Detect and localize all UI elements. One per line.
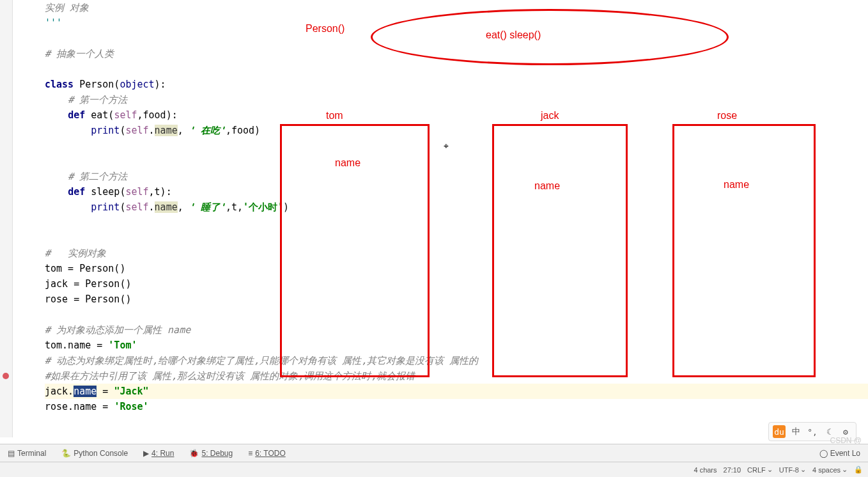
status-eol[interactable]: CRLF⌄ (747, 465, 773, 474)
tab-todo[interactable]: ≡6: TODO (240, 444, 293, 462)
code-line[interactable]: tom = Person() (45, 261, 868, 276)
code-line[interactable]: tom.name = 'Tom' (45, 338, 868, 353)
code-line[interactable]: # 为对象动态添加一个属性 name (45, 322, 868, 338)
code-line[interactable] (45, 61, 868, 77)
list-icon: ≡ (248, 449, 252, 458)
code-line[interactable]: # 实例对象 (45, 246, 868, 261)
code-line[interactable] (45, 31, 868, 46)
tab-event-log[interactable]: ◯Event Lo (812, 444, 868, 462)
code-line[interactable]: rose = Person() (45, 292, 868, 307)
code-line[interactable] (45, 307, 868, 322)
status-indent[interactable]: 4 spaces⌄ (812, 465, 848, 474)
code-line[interactable]: def sleep(self,t): (45, 184, 868, 199)
play-icon: ▶ (143, 449, 149, 458)
status-caret-pos[interactable]: 27:10 (724, 466, 741, 474)
tab-python-console[interactable]: 🐍Python Console (54, 444, 136, 462)
tab-terminal[interactable]: ▤Terminal (0, 444, 54, 462)
breakpoint-icon[interactable] (3, 373, 9, 379)
chevron-down-icon: ⌄ (842, 465, 848, 474)
ime-lang-button[interactable]: 中 (789, 425, 802, 438)
code-line[interactable]: # 抽象一个人类 (45, 46, 868, 61)
status-lock-icon[interactable]: 🔒 (854, 465, 863, 474)
code-line[interactable]: jack = Person() (45, 276, 868, 292)
code-line[interactable]: # 第一个方法 (45, 92, 868, 107)
code-line[interactable]: print(self.name, ' 睡了',t,'个小时') (45, 199, 868, 215)
code-line[interactable]: # 第二个方法 (45, 169, 868, 184)
statusbar: 4 chars 27:10 CRLF⌄ UTF-8⌄ 4 spaces⌄ 🔒 (0, 462, 868, 477)
log-icon: ◯ (819, 449, 828, 458)
editor-gutter (0, 0, 13, 437)
code-line[interactable]: ''' (45, 15, 868, 31)
code-line[interactable]: def eat(self,food): (45, 107, 868, 123)
code-line[interactable]: 实例 对象 (45, 0, 868, 15)
bug-icon: 🐞 (189, 449, 199, 458)
status-encoding[interactable]: UTF-8⌄ (779, 465, 806, 474)
code-line[interactable]: print(self.name, ' 在吃',food) (45, 123, 868, 138)
chevron-down-icon: ⌄ (767, 465, 773, 474)
code-line[interactable]: rose.name = 'Rose' (45, 399, 868, 414)
code-line[interactable]: jack.name = "Jack" (45, 384, 868, 399)
tab-run[interactable]: ▶4: Run (136, 444, 182, 462)
tab-debug[interactable]: 🐞5: Debug (182, 444, 240, 462)
status-chars[interactable]: 4 chars (694, 466, 717, 474)
code-line[interactable]: # 动态为对象绑定属性时,给哪个对象绑定了属性,只能哪个对角有该 属性,其它对象… (45, 353, 868, 368)
code-line[interactable] (45, 215, 868, 230)
editor-surface[interactable]: 实例 对象'''# 抽象一个人类class Person(object): # … (16, 0, 868, 437)
python-icon: 🐍 (61, 449, 71, 458)
terminal-icon: ▤ (8, 449, 15, 458)
code-line[interactable]: class Person(object): (45, 77, 868, 92)
ime-punct-icon[interactable]: °, (806, 425, 819, 438)
bottom-tabs: ▤Terminal 🐍Python Console ▶4: Run 🐞5: De… (0, 444, 868, 462)
code-line[interactable]: #如果在方法中引用了该 属性,那么这时没有该 属性的对象,调用这个方法时,就会报… (45, 368, 868, 384)
ime-indicator-icon[interactable]: du (773, 425, 786, 438)
chevron-down-icon: ⌄ (800, 465, 806, 474)
code-line[interactable] (45, 138, 868, 153)
code-line[interactable] (45, 153, 868, 169)
code-area[interactable]: 实例 对象'''# 抽象一个人类class Person(object): # … (45, 0, 868, 414)
code-line[interactable] (45, 230, 868, 246)
